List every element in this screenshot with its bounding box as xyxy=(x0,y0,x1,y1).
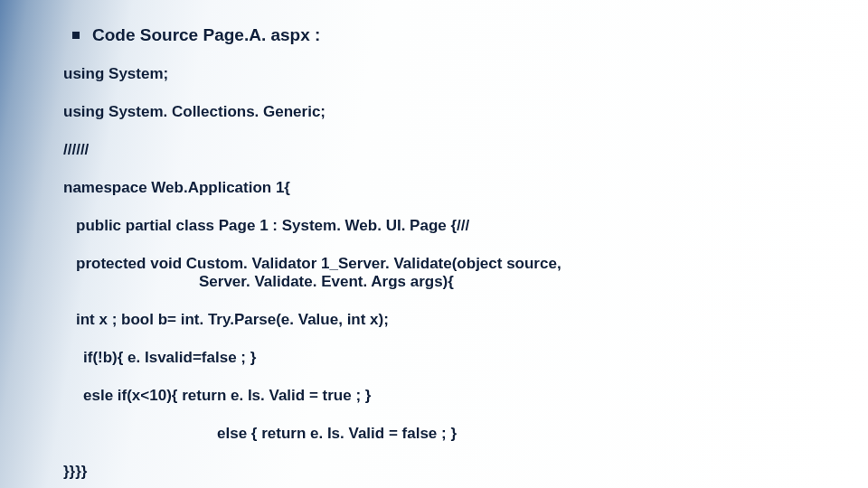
code-line: protected void Custom. Validator 1_Serve… xyxy=(76,255,814,273)
code-line: Server. Validate. Event. Args args){ xyxy=(199,273,814,291)
slide-title: Code Source Page.A. aspx : xyxy=(92,25,320,44)
code-line: }}}} xyxy=(63,463,814,481)
code-line: public partial class Page 1 : System. We… xyxy=(76,217,814,235)
code-line: using System; xyxy=(63,65,814,83)
title-row: Code Source Page.A. aspx : xyxy=(72,25,814,45)
slide-content: Code Source Page.A. aspx : using System;… xyxy=(0,0,868,488)
code-line: else { return e. Is. Valid = false ; } xyxy=(217,425,814,443)
code-line: int x ; bool b= int. Try.Parse(e. Value,… xyxy=(76,311,814,329)
code-line: namespace Web.Application 1{ xyxy=(63,179,814,197)
code-line: ////// xyxy=(63,141,814,159)
bullet-icon xyxy=(72,32,80,39)
code-line: esle if(x<10){ return e. Is. Valid = tru… xyxy=(83,387,814,405)
code-line: using System. Collections. Generic; xyxy=(63,103,814,121)
code-line: if(!b){ e. Isvalid=false ; } xyxy=(83,349,814,367)
